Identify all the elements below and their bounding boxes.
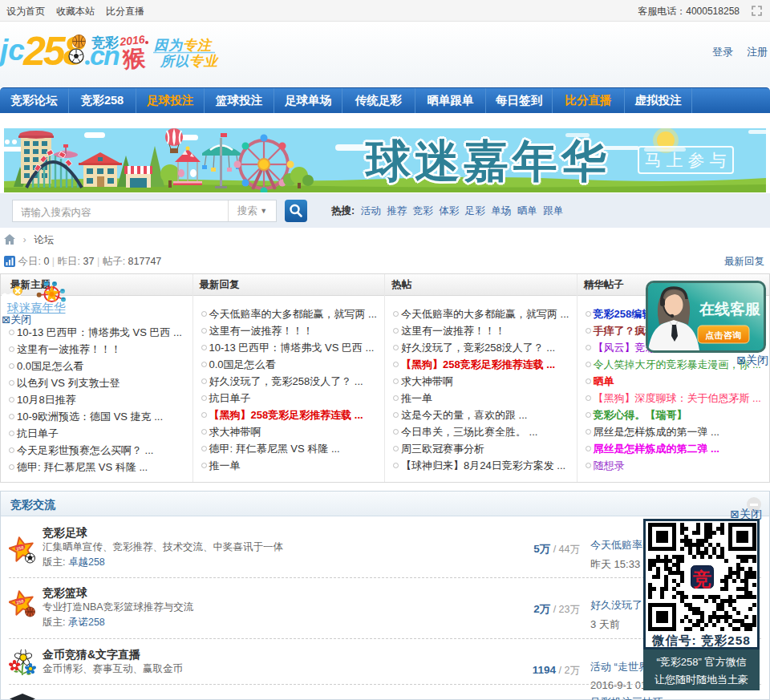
svg-text:猴: 猴 (121, 46, 147, 72)
svg-text:因为专注: 因为专注 (154, 38, 213, 53)
svg-text:所以专业: 所以专业 (160, 54, 219, 69)
svg-text:在线客服: 在线客服 (699, 301, 761, 318)
svg-text:竞: 竞 (692, 568, 711, 589)
svg-text:竞彩: 竞彩 (91, 34, 119, 51)
svg-text:jc: jc (0, 34, 25, 67)
svg-text:点击咨询: 点击咨询 (705, 330, 742, 340)
